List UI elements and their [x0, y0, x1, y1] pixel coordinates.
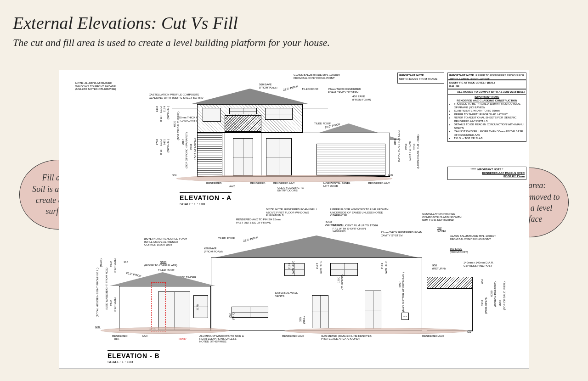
- eave450b-b: 450: [437, 226, 441, 230]
- ground-ellipse-b-fill: [101, 327, 229, 334]
- tag: RENDERED AAC: [282, 335, 305, 337]
- aac-item: TRUSSES TO BE PITCHED 115mm FROM OUTSIDE…: [454, 102, 525, 109]
- dim: (PORCH PARAPET): [494, 281, 497, 307]
- tag: AAC: [229, 185, 235, 188]
- tag: RENDERED AAC: [273, 182, 296, 185]
- dim: 2431: [163, 139, 166, 145]
- ngl-a-left: NGL: [172, 174, 177, 177]
- dim: 2174: [381, 263, 384, 269]
- note-eaves-body: 560mm EAVES FROM FRAME: [399, 78, 442, 81]
- dim: (LOWER GAR. FLR - CEIL): [417, 134, 419, 168]
- dim: (UPPER GAR. FLR-CEIL): [397, 130, 400, 162]
- aac-item: CANNOT BACKFILL MORE THAN 50mm ABOVE BAS…: [454, 130, 525, 137]
- dim: 2740: [110, 300, 113, 306]
- eave450b-sub: (EAVE): [437, 230, 446, 233]
- tag: RENDERED: [250, 182, 266, 185]
- note-engineers-head: IMPORTANT NOTE:: [449, 74, 475, 77]
- tag: FILL: [114, 338, 120, 341]
- note-infill-ff: NOTE: NOTE: RENDERED FOAM INFILL ABOVE F…: [266, 208, 321, 217]
- dim: (WIN H.H.): [292, 261, 294, 274]
- ground-ellipse-b-cut: [284, 328, 468, 334]
- elevation-a-scale: SCALE: 1 : 100: [180, 202, 232, 206]
- eave560-a: 560 EAVE: [259, 83, 271, 86]
- page-title: External Elevations: Cut Vs Fill: [0, 0, 588, 37]
- dim: 1700: [337, 277, 340, 283]
- dim: (TOP OF PORCH PARAPET): [185, 132, 188, 168]
- dim: 5920: [105, 291, 108, 297]
- aac-item: REFER TO SHEET 1E FOR SLAB LAYOUT: [454, 113, 525, 117]
- tag: AAC: [142, 335, 147, 337]
- dim: (POR.OPEN): [485, 297, 487, 314]
- dim: 2553: [405, 144, 407, 150]
- dim: (WIN H.H.): [167, 106, 170, 119]
- dim: (SILL): [303, 316, 305, 324]
- elevation-a-block: ELEVATION - A SCALE: 1 : 100: [180, 192, 232, 206]
- dim: (TOP OF BALC. PIER.): [177, 112, 180, 140]
- dim: (TOP OF BALC. PIER.): [503, 281, 506, 310]
- dim: 2431: [481, 300, 484, 306]
- dim: 3067: [498, 300, 501, 306]
- dim: 2440: [156, 106, 158, 112]
- dim: (TOTAL HOUSE HEIGHT FROM N.G.L.): [96, 268, 99, 317]
- dim: 2174: [288, 263, 291, 269]
- dim: 2175: [196, 304, 199, 310]
- note-engineers: IMPORTANT NOTE: REFER TO ENGINEERS DESIG…: [447, 73, 526, 80]
- castell-b: CASTELLATION PROFILE COMPOSITE CLADDING …: [422, 213, 468, 222]
- dim: 2803: [394, 139, 396, 145]
- note-eaves: IMPORTANT NOTE: 560mm EAVES FROM FRAME: [397, 73, 444, 84]
- dim: (WIN H.H.): [384, 261, 387, 274]
- dim: 6829: [173, 121, 176, 127]
- dim: (FLR - CEIL): [159, 139, 162, 155]
- tag: ALUMINIUM WINDOWS TO SIDE & REAR ELEVATI…: [199, 335, 245, 343]
- drawing-frame: IMPORTANT NOTE: 560mm EAVES FROM FRAME I…: [59, 70, 529, 369]
- elevation-b-title: ELEVATION - B: [107, 350, 160, 359]
- page-subtitle: The cut and fill area is used to create …: [0, 37, 588, 49]
- tag: RENDERED AAC: [422, 335, 445, 337]
- dim: 3067: [181, 139, 184, 145]
- tag: RENDERED AAC: [368, 182, 391, 185]
- note-aac-foot: ***** IMPORTANT NOTE * RENDERED AAC PANE…: [447, 167, 526, 180]
- tag: RENDERED: [206, 182, 222, 185]
- elevation-a-house: [197, 89, 390, 180]
- note-upper: UPPER FLOOR WINDOWS TO LINE UP WITH UNDE…: [330, 208, 390, 217]
- note-aac-list: TRUSSES TO BE PITCHED 115mm FROM OUTSIDE…: [449, 102, 525, 140]
- dim: 2174: [163, 106, 166, 112]
- elevation-b-block: ELEVATION - B SCALE: 1 : 100: [107, 350, 160, 364]
- aac-item: DETAILS TO BE READ IN CONJUNCTION WITH M…: [454, 123, 525, 130]
- dim: (MAX.GUTTER HT FROM NGL): [402, 272, 405, 312]
- translucent-b: TRANSLUCENT FILM UP TO 1700H F.F.L WITH …: [333, 224, 379, 233]
- aac-item: SLAB REBATE WIDTH TO BE 95mm: [454, 109, 525, 113]
- dim: 285: [299, 317, 302, 322]
- tag: CUT: [467, 331, 473, 333]
- dim: (POR. OPENING): [193, 138, 196, 160]
- ngl-b: NGL: [95, 326, 101, 329]
- ground-ellipse-a: [176, 175, 392, 182]
- dim: 6059: [490, 291, 493, 297]
- aac-foot3: EDGE BY 15mm: [449, 175, 525, 179]
- dim: (FLR-CEIL): [113, 297, 116, 312]
- dim: 656: [481, 279, 484, 284]
- note-aluminium-windows: NOTE: ALUMINIUM FRAMED WINDOWS TO FRONT …: [75, 82, 126, 91]
- dim: 2431: [190, 144, 192, 150]
- aac-item: REFER TO ADDITIONAL SHEETS FOR GENERIC R…: [454, 116, 525, 123]
- elevation-b-house: MB: [114, 235, 477, 336]
- bv07: BV07: [179, 337, 187, 341]
- dim: 2174: [316, 263, 318, 269]
- note-bushfire-l1: BUSHFIRE ATTACK LEVEL:- (BAL): [449, 81, 525, 85]
- note-aac-h1: IMPORTANT NOTE: [449, 95, 525, 99]
- dim: (FLR-CEIL): [113, 258, 116, 273]
- tag: CLEAR GLAZING TO ENTRY DOORS: [277, 186, 310, 192]
- dim: (FLR - CEIL): [159, 106, 162, 122]
- note-bushfire-l2: BAL NIL: [449, 85, 525, 89]
- mb-box: MB: [401, 313, 409, 320]
- elevation-a-title: ELEVATION - A: [180, 192, 232, 202]
- dim: (GAR. FLR-LIN): [408, 141, 411, 161]
- aac-foot1: ***** IMPORTANT NOTE *: [449, 168, 525, 172]
- tag: RENDERED: [112, 335, 128, 337]
- dim: 2740: [156, 139, 158, 145]
- dim: (MAX.): [100, 258, 102, 267]
- note-eaves-head: IMPORTANT NOTE:: [399, 74, 442, 78]
- dim: 2653: [413, 144, 416, 150]
- dim: (SILL): [232, 313, 235, 320]
- note-aac-h2: RENDERED AAC CLADDING CONSTRUCTION: [449, 99, 525, 103]
